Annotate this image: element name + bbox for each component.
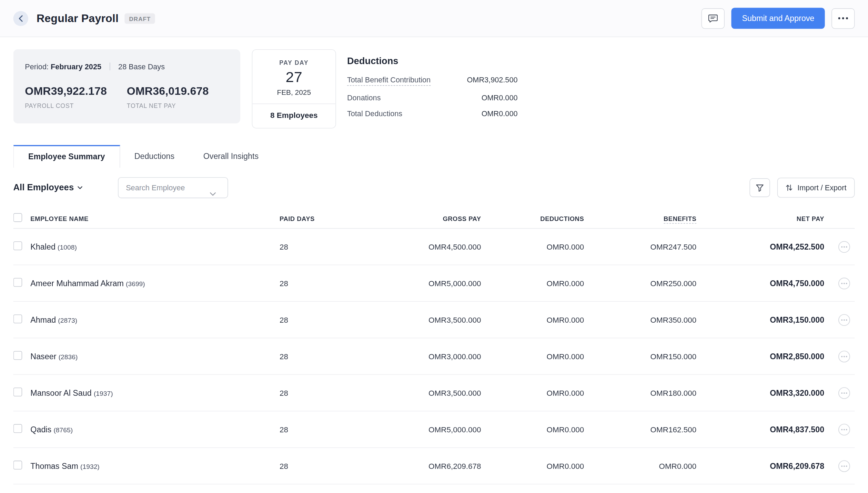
period-line: Period: February 2025 28 Base Days	[25, 62, 229, 71]
deduction-value: OMR3,902.500	[467, 76, 517, 84]
more-options-button[interactable]	[831, 8, 855, 28]
row-checkbox[interactable]	[13, 461, 22, 470]
employee-id: (3699)	[126, 280, 145, 288]
payday-label: PAY DAY	[259, 59, 329, 66]
comments-button[interactable]	[702, 8, 725, 28]
employee-name[interactable]: Ahmad	[30, 315, 56, 324]
comment-icon	[708, 13, 718, 23]
ellipsis-circle-icon	[838, 387, 850, 399]
row-checkbox[interactable]	[13, 424, 22, 433]
row-actions-button[interactable]	[838, 314, 850, 326]
paid-days-cell: 28	[280, 462, 346, 471]
table-header: EMPLOYEE NAME PAID DAYS GROSS PAY DEDUCT…	[13, 209, 855, 229]
chevron-left-icon	[18, 15, 23, 22]
gross-pay-cell: OMR5,000.000	[346, 279, 481, 288]
gross-pay-cell: OMR3,500.000	[346, 389, 481, 398]
payroll-cost-value: OMR39,922.178	[25, 85, 127, 98]
ellipsis-circle-icon	[838, 314, 850, 326]
status-badge: DRAFT	[125, 13, 155, 24]
benefits-cell: OMR350.000	[584, 315, 696, 324]
table-row[interactable]: Naseer (2836) 28 OMR3,000.000 OMR0.000 O…	[13, 338, 855, 375]
employee-id: (8765)	[53, 426, 73, 434]
table-row[interactable]: Mansoor Al Saud (1937) 28 OMR3,500.000 O…	[13, 375, 855, 411]
deductions-cell: OMR0.000	[481, 315, 584, 324]
payday-date: FEB, 2025	[259, 88, 329, 96]
import-export-button[interactable]: Import / Export	[777, 178, 855, 198]
funnel-icon	[756, 183, 764, 192]
column-header-employee-name: EMPLOYEE NAME	[30, 215, 280, 222]
row-actions-button[interactable]	[838, 350, 850, 362]
employee-id: (1932)	[80, 463, 100, 470]
divider	[252, 103, 335, 104]
page-title: Regular Payroll	[37, 12, 119, 25]
deductions-cell: OMR0.000	[481, 279, 584, 288]
deductions-cell: OMR0.000	[481, 462, 584, 471]
ellipsis-circle-icon	[838, 241, 850, 253]
select-all-checkbox[interactable]	[13, 213, 22, 222]
row-checkbox[interactable]	[13, 351, 22, 360]
employee-name[interactable]: Khaled	[30, 242, 55, 251]
employee-filter-dropdown[interactable]: All Employees	[13, 183, 83, 193]
table-row[interactable]: Qadis (8765) 28 OMR5,000.000 OMR0.000 OM…	[13, 411, 855, 448]
row-checkbox[interactable]	[13, 241, 22, 250]
row-actions-button[interactable]	[838, 387, 850, 399]
employee-name[interactable]: Ameer Muhammad Akram	[30, 279, 123, 288]
payday-day: 27	[259, 69, 329, 86]
import-export-icon	[786, 184, 793, 191]
ellipsis-circle-icon	[838, 350, 850, 362]
employee-filter-label: All Employees	[13, 183, 74, 193]
import-export-label: Import / Export	[797, 183, 846, 192]
table-row[interactable]: Ahmad (2873) 28 OMR3,500.000 OMR0.000 OM…	[13, 302, 855, 338]
column-header-benefits: BENEFITS	[584, 215, 696, 222]
deductions-cell: OMR0.000	[481, 242, 584, 251]
submit-approve-button[interactable]: Submit and Approve	[731, 8, 825, 29]
ellipsis-icon	[838, 17, 848, 19]
net-pay-cell: OMR3,320.000	[696, 389, 824, 398]
back-button[interactable]	[13, 11, 28, 26]
table-row[interactable]: Khaled (1008) 28 OMR4,500.000 OMR0.000 O…	[13, 229, 855, 265]
employee-name[interactable]: Qadis	[30, 425, 51, 434]
summary-section: Period: February 2025 28 Base Days OMR39…	[13, 49, 855, 129]
net-pay-cell: OMR4,750.000	[696, 279, 824, 288]
benefits-cell: OMR250.000	[584, 279, 696, 288]
net-pay-cell: OMR2,850.000	[696, 352, 824, 361]
deduction-row: Donations OMR0.000	[347, 93, 518, 102]
filter-button[interactable]	[750, 178, 770, 197]
row-actions-button[interactable]	[838, 423, 850, 435]
benefits-cell: OMR247.500	[584, 242, 696, 251]
tab-employee-summary[interactable]: Employee Summary	[13, 145, 120, 168]
benefits-cell: OMR0.000	[584, 462, 696, 471]
tab-overall-insights[interactable]: Overall Insights	[189, 145, 273, 168]
employee-name[interactable]: Mansoor Al Saud	[30, 389, 91, 398]
deductions-cell: OMR0.000	[481, 352, 584, 361]
payroll-app: Regular Payroll DRAFT Submit and Approve…	[0, 0, 868, 484]
table-row[interactable]: Thomas Sam (1932) 28 OMR6,209.678 OMR0.0…	[13, 448, 855, 484]
employee-name[interactable]: Naseer	[30, 352, 56, 361]
row-actions-button[interactable]	[838, 277, 850, 289]
deductions-summary: Deductions Total Benefit Contribution OM…	[347, 49, 518, 126]
ellipsis-circle-icon	[838, 423, 850, 435]
tab-deductions[interactable]: Deductions	[120, 145, 189, 168]
paid-days-cell: 28	[280, 389, 346, 398]
row-checkbox[interactable]	[13, 388, 22, 396]
deduction-value: OMR0.000	[482, 110, 518, 118]
table-row[interactable]: Ameer Muhammad Akram (3699) 28 OMR5,000.…	[13, 265, 855, 302]
paid-days-cell: 28	[280, 279, 346, 288]
period-card: Period: February 2025 28 Base Days OMR39…	[13, 49, 240, 123]
employee-id: (2873)	[58, 316, 77, 324]
row-actions-button[interactable]	[838, 241, 850, 253]
deductions-cell: OMR0.000	[481, 389, 584, 398]
gross-pay-cell: OMR6,209.678	[346, 462, 481, 471]
net-pay-cell: OMR6,209.678	[696, 462, 824, 471]
employee-count: 8 Employees	[259, 111, 329, 120]
deductions-title: Deductions	[347, 56, 518, 67]
row-checkbox[interactable]	[13, 314, 22, 323]
row-actions-button[interactable]	[838, 460, 850, 472]
deduction-label[interactable]: Total Benefit Contribution	[347, 76, 431, 86]
payday-card: PAY DAY 27 FEB, 2025 8 Employees	[252, 49, 336, 129]
base-days: 28 Base Days	[118, 62, 165, 71]
app-header: Regular Payroll DRAFT Submit and Approve	[0, 0, 868, 37]
employee-name[interactable]: Thomas Sam	[30, 462, 78, 471]
benefits-cell: OMR150.000	[584, 352, 696, 361]
row-checkbox[interactable]	[13, 278, 22, 287]
